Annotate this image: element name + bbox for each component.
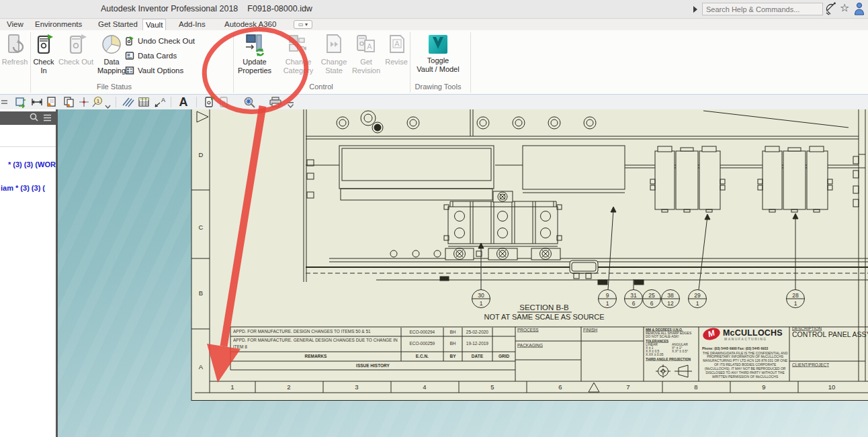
undo-check-out-label: Undo Check Out: [138, 37, 195, 46]
browser-item-1[interactable]: * (3) (3) (WOR: [8, 160, 56, 168]
svg-text:9: 9: [606, 292, 609, 299]
communication-center-icon[interactable]: [825, 2, 837, 18]
toggle-vault-model-label-1: Toggle: [417, 56, 460, 65]
ribbon-vault: Refresh Check In Check Out: [0, 30, 868, 95]
svg-text:6: 6: [632, 300, 636, 307]
tab-get-started[interactable]: Get Started: [95, 19, 140, 30]
description-value: CONTROL PANEL ASSY.: [792, 330, 868, 338]
svg-text:A: A: [179, 95, 188, 109]
update-properties-button[interactable]: Update Properties: [235, 32, 274, 75]
parts-list-table-icon[interactable]: [138, 96, 150, 111]
company-subtitle: MANUFACTURING: [724, 337, 767, 341]
tab-view[interactable]: View: [4, 19, 26, 30]
panel-menu-icon[interactable]: [1, 96, 9, 109]
svg-text:A: A: [161, 97, 165, 103]
check-in-icon: [33, 34, 54, 56]
change-category-button[interactable]: Change Category: [279, 32, 317, 75]
data-mapping-button[interactable]: Data Mapping: [95, 32, 128, 75]
svg-text:25: 25: [648, 292, 655, 299]
tab-vault[interactable]: Vault: [142, 19, 166, 30]
revision-row-date: 25-02-2020: [462, 330, 492, 335]
by-header: BY: [443, 354, 462, 359]
collapse-search-arrow-icon[interactable]: [693, 6, 697, 13]
center-mark-icon[interactable]: [78, 96, 90, 111]
inventor-window: Autodesk Inventor Professional 2018F0918…: [0, 0, 868, 437]
browser-search-icon[interactable]: [30, 112, 38, 124]
check-in-button[interactable]: Check In: [31, 32, 56, 75]
leader-text-icon[interactable]: A: [153, 96, 167, 111]
drawing-toolbar: 1 A A: [0, 95, 868, 109]
new-sheet-icon[interactable]: [46, 96, 58, 111]
svg-text:5: 5: [490, 383, 494, 391]
balloon-icon[interactable]: 1: [91, 96, 103, 111]
search-input[interactable]: [702, 3, 823, 15]
browser-menu-icon[interactable]: [43, 112, 52, 124]
vault-options-button[interactable]: Vault Options: [125, 64, 183, 77]
refresh-button[interactable]: Refresh: [0, 32, 30, 66]
revise-button[interactable]: A Revise: [382, 32, 411, 66]
section-title: SECTION B-B: [519, 303, 569, 311]
toggle-vault-model-button[interactable]: Toggle Vault / Model: [417, 32, 460, 74]
check-in-label: Check In: [31, 58, 56, 75]
data-cards-button[interactable]: Data Cards: [125, 49, 177, 62]
browser-item-2[interactable]: iam * (3) (3) (: [1, 184, 45, 192]
update-sheet-icon[interactable]: [15, 96, 27, 111]
packaging-label: PACKAGING: [517, 343, 543, 348]
drawing-canvas[interactable]: 301 91 316 256 3812 291 281 D C B A 1 2 …: [0, 109, 868, 437]
data-mapping-pie-icon: [100, 34, 123, 56]
tab-environments[interactable]: Environments: [32, 19, 85, 30]
check-out-label: Check Out: [57, 58, 95, 66]
svg-text:8: 8: [694, 383, 697, 391]
undo-check-out-button[interactable]: Undo Check Out: [125, 34, 195, 48]
checked-out-doc-icon[interactable]: [218, 96, 230, 111]
vault-browser-panel: * (3) (3) (WOR iam * (3) (3) (: [0, 109, 58, 437]
vault-options-icon: [125, 66, 134, 75]
revise-icon: A: [385, 34, 408, 56]
revision-row-remarks: APPD. FOR MANUFACTURE. DESIGN CHANGES TO…: [233, 329, 400, 335]
svg-text:A: A: [367, 42, 372, 50]
revision-row-remarks: APPD. FOR MANUFACTURE. GENERAL DESIGN CH…: [233, 338, 400, 350]
dimension-icon[interactable]: [31, 96, 43, 111]
svg-text:6: 6: [558, 383, 562, 391]
print-icon[interactable]: [269, 96, 282, 111]
svg-text:1: 1: [696, 300, 699, 307]
get-revision-label-1: Get: [351, 58, 382, 66]
tab-autodesk-a360[interactable]: Autodesk A360: [222, 19, 279, 30]
client-project-label: CLIENT/PROJECT: [792, 362, 829, 368]
change-category-label-2: Category: [279, 66, 317, 75]
find-icon[interactable]: [242, 96, 257, 111]
tol-row: X.XX ± 0.05: [646, 352, 663, 356]
hatch-icon[interactable]: [121, 96, 134, 111]
get-revision-button[interactable]: A Get Revision: [351, 32, 382, 75]
get-revision-icon: A: [355, 34, 378, 56]
revision-row-by: BH: [443, 330, 462, 335]
svg-text:6: 6: [650, 300, 654, 307]
copy-sheet-icon[interactable]: [63, 96, 75, 111]
svg-text:1: 1: [230, 383, 234, 391]
drawing-sheet[interactable]: 301 91 316 256 3812 291 281 D C B A 1 2 …: [0, 109, 868, 437]
change-state-button[interactable]: Change State: [317, 32, 351, 75]
svg-text:A: A: [199, 363, 204, 371]
svg-text:29: 29: [694, 292, 701, 299]
check-out-button[interactable]: Check Out: [57, 32, 95, 66]
group-label-control: Control: [288, 83, 355, 91]
sign-in-user-icon[interactable]: [854, 2, 865, 18]
grid-header: GRID: [492, 354, 515, 359]
ribbon-display-options-dropdown[interactable]: ▭ ▾: [294, 20, 312, 29]
vault-options-label: Vault Options: [138, 66, 183, 75]
tab-add-ins[interactable]: Add-Ins: [176, 19, 208, 30]
revision-row-date: 19-12-2019: [462, 341, 492, 346]
update-properties-icon: [243, 34, 266, 56]
data-cards-label: Data Cards: [138, 52, 177, 60]
change-state-label-2: State: [317, 66, 351, 75]
svg-text:A: A: [394, 40, 400, 48]
tol-row: X.X° ± 0.5°: [672, 349, 688, 352]
checked-in-doc-icon[interactable]: [203, 96, 215, 111]
change-category-icon: [287, 34, 310, 56]
favorites-star-icon[interactable]: ☆: [840, 1, 849, 14]
data-mapping-label-2: Mapping: [95, 66, 128, 75]
ecn-header: E.C.N.: [401, 354, 443, 359]
svg-text:7: 7: [626, 383, 630, 391]
update-properties-label-2: Properties: [235, 66, 274, 75]
svg-text:1: 1: [606, 300, 609, 307]
